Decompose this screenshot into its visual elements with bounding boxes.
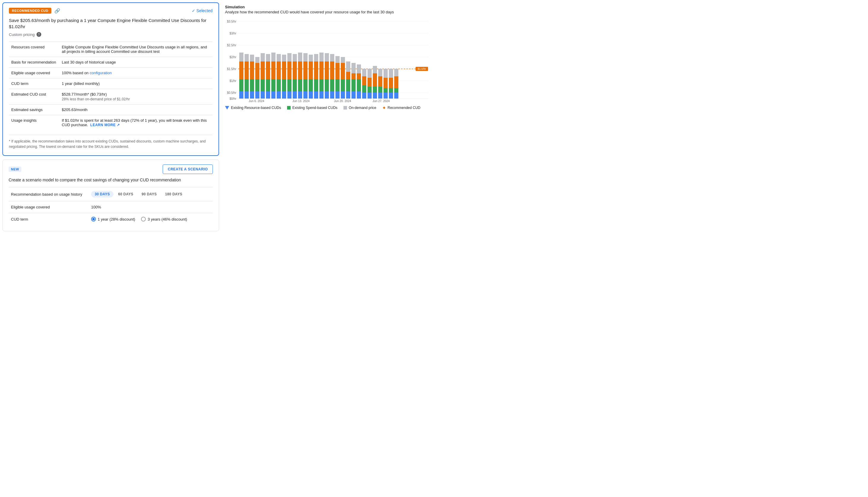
days-30-button[interactable]: 30 DAYS — [91, 191, 113, 197]
svg-rect-63 — [298, 61, 302, 79]
checkmark-icon: ✓ — [192, 8, 195, 13]
radio-1year[interactable]: 1 year (28% discount) — [91, 217, 135, 222]
radio-3year-label: 3 years (46% discount) — [147, 217, 187, 222]
svg-rect-74 — [314, 79, 318, 91]
help-icon[interactable]: ? — [37, 32, 41, 37]
svg-rect-58 — [293, 79, 297, 91]
estimated-savings-value: $205.63/month — [59, 104, 213, 115]
svg-rect-128 — [384, 69, 388, 78]
svg-rect-28 — [250, 55, 254, 61]
svg-rect-121 — [378, 93, 382, 99]
svg-rect-117 — [373, 93, 377, 99]
svg-text:$1/hr: $1/hr — [230, 79, 236, 83]
svg-rect-49 — [282, 91, 286, 99]
svg-rect-70 — [309, 79, 313, 91]
svg-rect-69 — [309, 91, 313, 99]
svg-rect-116 — [367, 69, 372, 78]
days-60-button[interactable]: 60 DAYS — [115, 191, 137, 197]
svg-rect-21 — [245, 91, 249, 99]
svg-rect-72 — [309, 55, 313, 61]
svg-rect-29 — [255, 91, 259, 99]
svg-rect-96 — [341, 57, 345, 63]
legend-on-demand: On-demand price — [344, 106, 376, 110]
learn-more-link[interactable]: LEARN MORE ↗ — [90, 123, 120, 127]
svg-rect-27 — [250, 61, 254, 79]
svg-rect-67 — [303, 61, 307, 79]
usage-insights-cell: If $1.02/hr is spent for at least 263 da… — [59, 115, 213, 130]
radio-3year[interactable]: 3 years (46% discount) — [141, 217, 187, 222]
svg-rect-64 — [298, 53, 302, 61]
svg-text:Jun 20, 2024: Jun 20, 2024 — [334, 99, 351, 102]
usage-history-label: Recommendation based on usage history — [9, 187, 89, 201]
link-icon[interactable]: 🔗 — [54, 8, 60, 14]
svg-rect-103 — [351, 73, 356, 79]
days-180-button[interactable]: 180 DAYS — [161, 191, 186, 197]
svg-rect-122 — [378, 87, 382, 93]
svg-rect-108 — [357, 65, 361, 73]
svg-rect-54 — [287, 79, 291, 91]
svg-rect-89 — [335, 91, 339, 99]
svg-rect-144 — [382, 106, 385, 109]
svg-rect-25 — [250, 91, 254, 99]
svg-rect-39 — [266, 61, 270, 79]
custom-pricing-row: Custom pricing ? — [9, 32, 213, 37]
custom-pricing-label: Custom pricing — [9, 32, 35, 37]
estimated-savings-label: Estimated savings — [9, 104, 59, 115]
svg-rect-79 — [319, 61, 323, 79]
chart-legend: Existing Resource-based CUDs Existing Sp… — [225, 106, 431, 110]
cud-term-label: CUD term — [9, 79, 59, 89]
header-left: RECOMMENDED CUD 🔗 — [9, 8, 60, 14]
svg-rect-101 — [351, 91, 356, 99]
legend-recommended-label: Recommended CUD — [388, 106, 421, 110]
create-scenario-button[interactable]: CREATE A SCENARIO — [163, 165, 213, 174]
legend-resource-based: Existing Resource-based CUDs — [225, 106, 281, 110]
legend-spend-based: Existing Spend-based CUDs — [287, 106, 337, 110]
svg-rect-97 — [346, 91, 350, 99]
eligible-row: Eligible usage covered 100% based on con… — [9, 68, 213, 79]
legend-diamond-icon — [382, 106, 386, 110]
resources-row: Resources covered Eligible Compute Engin… — [9, 42, 213, 57]
chart-svg: $3.5/hr $3/hr $2.5/hr $2/hr $1.5/hr $1/h… — [225, 19, 431, 102]
svg-rect-127 — [384, 78, 388, 88]
svg-rect-111 — [362, 76, 366, 85]
estimated-cost-value: $528.77/month* ($0.73/hr) — [62, 92, 210, 97]
cud-term-value: 1 year (billed monthly) — [59, 79, 213, 89]
svg-rect-134 — [394, 88, 399, 93]
svg-text:$0/hr: $0/hr — [230, 97, 236, 100]
svg-rect-81 — [325, 91, 329, 99]
svg-rect-60 — [293, 54, 297, 61]
svg-rect-90 — [335, 79, 339, 91]
svg-rect-45 — [277, 91, 281, 99]
days-btn-group: 30 DAYS 60 DAYS 90 DAYS 180 DAYS — [91, 191, 211, 197]
configuration-link[interactable]: configuration — [90, 71, 112, 75]
svg-rect-107 — [357, 73, 361, 79]
svg-rect-26 — [250, 79, 254, 91]
svg-rect-77 — [319, 91, 323, 99]
svg-rect-102 — [351, 79, 356, 91]
simulation-subtitle: Analyze how the recommended CUD would ha… — [225, 10, 431, 14]
svg-rect-87 — [330, 61, 334, 79]
eligible-value: 100% based on configuration — [59, 68, 213, 79]
svg-rect-22 — [245, 79, 249, 91]
svg-rect-71 — [309, 61, 313, 79]
radio-3year-circle — [141, 217, 146, 222]
svg-rect-46 — [277, 79, 281, 91]
svg-rect-113 — [367, 93, 372, 99]
svg-rect-114 — [367, 87, 372, 93]
svg-rect-23 — [245, 61, 249, 79]
legend-ondemand-label: On-demand price — [349, 106, 376, 110]
svg-rect-56 — [287, 53, 291, 61]
new-badge: NEW — [9, 167, 21, 172]
svg-rect-124 — [378, 69, 382, 76]
scenario-table: Recommendation based on usage history 30… — [9, 187, 213, 225]
svg-rect-125 — [384, 93, 388, 99]
svg-rect-86 — [330, 79, 334, 91]
selected-label: ✓ Selected — [192, 8, 213, 13]
svg-rect-43 — [271, 61, 275, 79]
scenario-eligible-label: Eligible usage covered — [9, 201, 89, 213]
cud-term-row: CUD term 1 year (billed monthly) — [9, 79, 213, 89]
svg-text:$3.5/hr: $3.5/hr — [227, 20, 236, 23]
svg-rect-85 — [330, 91, 334, 99]
days-90-button[interactable]: 90 DAYS — [138, 191, 160, 197]
svg-rect-66 — [303, 79, 307, 91]
